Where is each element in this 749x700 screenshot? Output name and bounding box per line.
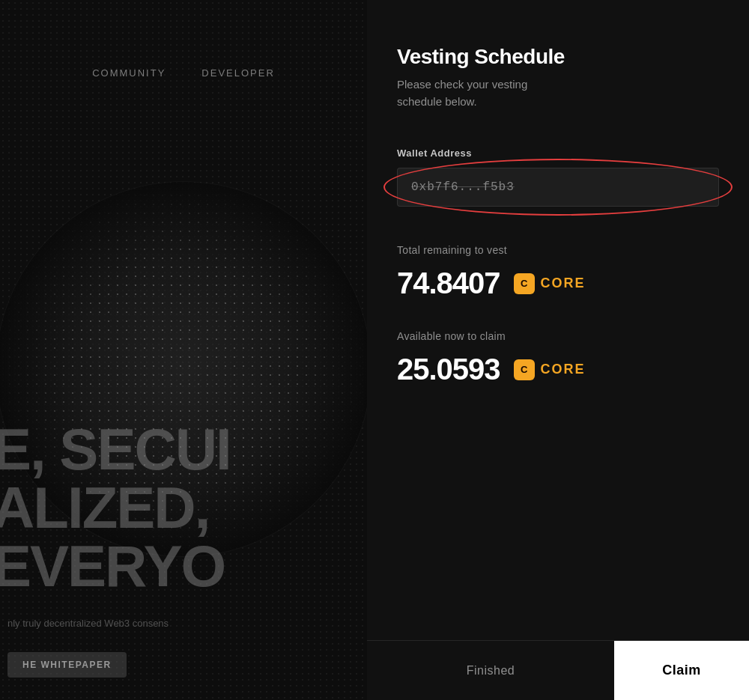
panel-subtitle: Please check your vesting schedule below… xyxy=(397,76,719,110)
total-vest-label: Total remaining to vest xyxy=(397,244,719,256)
hero-text: E, SECUI ALIZED, EVERYO xyxy=(0,420,367,595)
total-vest-value: 74.8407 xyxy=(397,267,500,300)
nav-developer[interactable]: DEVELOPER xyxy=(201,67,274,79)
hero-line-1: E, SECUI xyxy=(0,420,367,478)
panel-title: Vesting Schedule xyxy=(397,45,719,69)
tagline: nly truly decentralized Web3 consens xyxy=(0,618,367,629)
available-core-label: CORE xyxy=(541,362,586,377)
right-panel: Vesting Schedule Please check your vesti… xyxy=(367,0,749,700)
available-row: 25.0593 C CORE xyxy=(397,353,719,386)
total-core-badge: C CORE xyxy=(514,273,586,294)
total-vest-row: 74.8407 C CORE xyxy=(397,267,719,300)
available-value: 25.0593 xyxy=(397,353,500,386)
available-label: Available now to claim xyxy=(397,330,719,342)
nav-links: COMMUNITY DEVELOPER xyxy=(0,67,367,79)
nav-community[interactable]: COMMUNITY xyxy=(92,67,166,79)
core-icon-1: C xyxy=(514,273,535,294)
total-core-label: CORE xyxy=(541,276,586,291)
hero-line-3: EVERYO xyxy=(0,537,367,595)
wallet-address-display[interactable]: 0xb7f6...f5b3 xyxy=(397,168,719,207)
left-panel: COMMUNITY DEVELOPER E, SECUI ALIZED, EVE… xyxy=(0,0,367,700)
whitepaper-button[interactable]: HE WHITEPAPER xyxy=(7,652,127,678)
bottom-actions: Finished Claim xyxy=(367,640,749,700)
available-core-badge: C CORE xyxy=(514,359,586,380)
core-icon-2: C xyxy=(514,359,535,380)
finished-button[interactable]: Finished xyxy=(367,641,614,700)
hero-line-2: ALIZED, xyxy=(0,478,367,537)
wallet-label: Wallet Address xyxy=(397,147,719,159)
wallet-address-wrapper: 0xb7f6...f5b3 xyxy=(397,168,719,207)
claim-button[interactable]: Claim xyxy=(614,641,749,700)
